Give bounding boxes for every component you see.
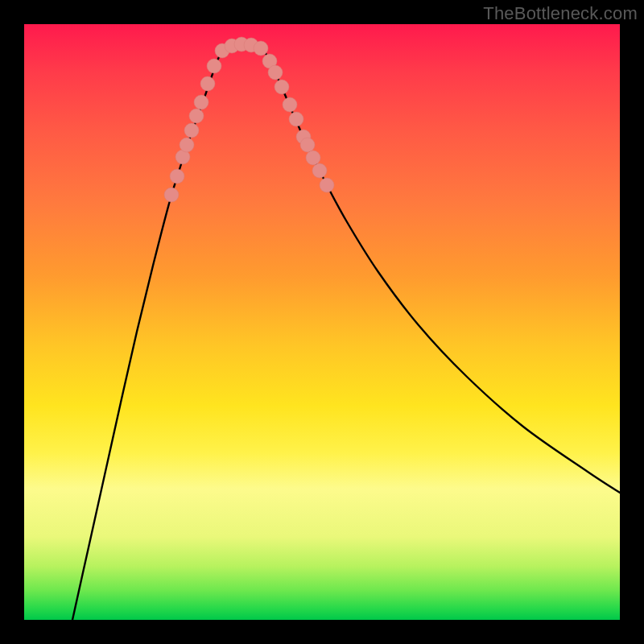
data-point-marker <box>194 95 208 109</box>
data-point-marker <box>306 151 320 165</box>
chart-frame: TheBottleneck.com <box>0 0 644 644</box>
data-point-marker <box>170 169 184 184</box>
data-point-marker <box>289 112 303 126</box>
data-point-markers <box>164 37 334 202</box>
data-point-marker <box>283 97 297 112</box>
data-point-marker <box>268 65 283 80</box>
data-point-marker <box>320 178 334 192</box>
data-point-marker <box>184 123 199 138</box>
watermark-text: TheBottleneck.com <box>483 3 638 24</box>
data-point-marker <box>164 188 179 202</box>
bottleneck-curve <box>72 47 620 620</box>
data-point-marker <box>254 41 268 56</box>
data-point-marker <box>275 80 289 94</box>
curve-layer <box>24 24 620 620</box>
data-point-marker <box>300 138 315 152</box>
plot-area <box>24 24 620 620</box>
data-point-marker <box>207 59 221 73</box>
data-point-marker <box>200 76 215 91</box>
data-point-marker <box>189 109 204 123</box>
data-point-marker <box>312 163 327 178</box>
data-point-marker <box>180 138 194 152</box>
